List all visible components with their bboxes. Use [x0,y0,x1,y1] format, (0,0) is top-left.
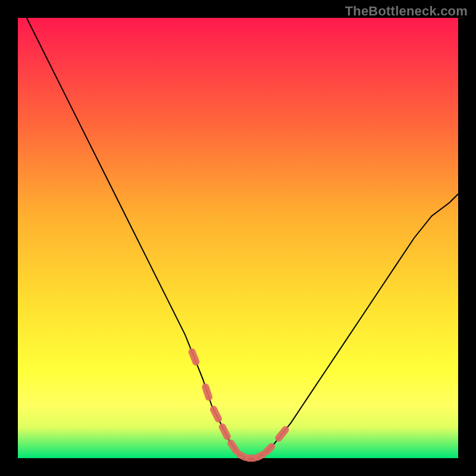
svg-line-7 [258,455,263,457]
svg-line-2 [214,409,218,419]
chart-plot-area [18,18,458,458]
svg-line-1 [205,387,209,397]
svg-line-5 [240,455,245,457]
svg-line-9 [278,430,285,438]
svg-line-3 [223,427,227,437]
chart-svg [18,18,458,458]
svg-line-4 [231,443,236,451]
highlight-segment [192,352,286,458]
svg-line-0 [192,352,196,362]
bottleneck-curve-line [27,18,458,458]
watermark-text: TheBottleneck.com [345,4,468,19]
svg-line-8 [266,447,271,452]
